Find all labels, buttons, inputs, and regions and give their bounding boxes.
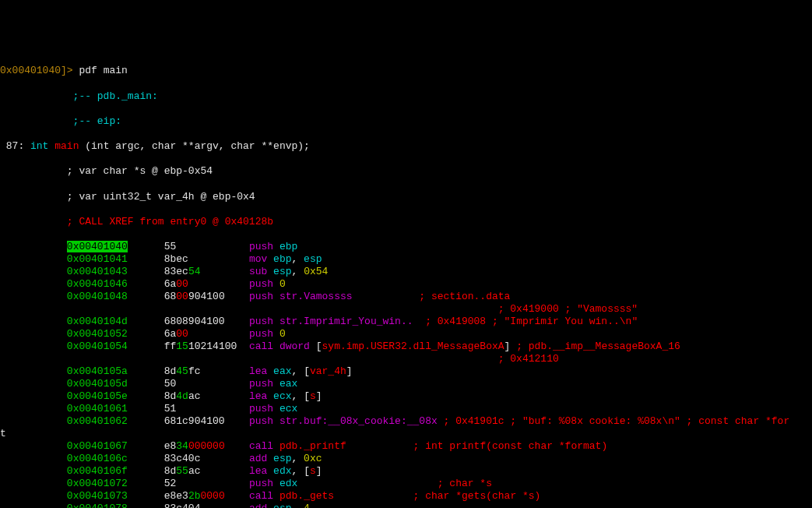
operand: esp bbox=[304, 253, 322, 265]
flow-indicator bbox=[0, 316, 67, 327]
asm-row: 0x0040104d 6808904100 push str.Imprimir_… bbox=[0, 316, 812, 328]
asm-row: 0x00401043 83ec54 sub esp, 0x54 bbox=[0, 266, 812, 278]
operand: , [ bbox=[292, 465, 310, 477]
operand: , bbox=[292, 453, 304, 464]
asm-row: 0x0040106c 83c40c add esp, 0xc bbox=[0, 453, 812, 465]
mnemonic: push bbox=[249, 278, 273, 290]
comment: ; 0x419008 ; "Imprimir You win..\n" bbox=[413, 316, 638, 327]
operand: sym.imp.USER32.dll_MessageBoxA bbox=[322, 340, 504, 352]
hex-bytes: 681c904100 bbox=[164, 415, 249, 427]
operand: , bbox=[292, 253, 304, 265]
comment: ; 0x41901c ; "buf: %08x cookie: %08x\n" … bbox=[438, 415, 789, 427]
asm-row: 0x00401062 681c904100 push str.buf:__08x… bbox=[0, 415, 812, 428]
operand: edx bbox=[267, 465, 291, 477]
comment: ; section..data bbox=[353, 291, 511, 302]
hex-bytes: 6a bbox=[164, 278, 177, 290]
comment: ; 0x419000 ; "Vamossss" bbox=[67, 303, 638, 315]
terminal-output: 0x00401040]> pdf main ;-- pdb._main: ;--… bbox=[0, 52, 812, 508]
mnemonic: push bbox=[249, 316, 273, 327]
flow-indicator bbox=[0, 328, 67, 340]
address: 0x0040105d bbox=[67, 378, 128, 390]
mnemonic: push bbox=[249, 378, 273, 390]
hex-bytes: 8d bbox=[164, 390, 177, 402]
mnemonic: push bbox=[249, 328, 273, 340]
flow-indicator bbox=[0, 241, 67, 252]
flow-indicator bbox=[0, 303, 67, 315]
address: 0x00401046 bbox=[67, 278, 128, 290]
flow-indicator bbox=[0, 490, 67, 502]
flow-indicator bbox=[0, 378, 67, 390]
flow-indicator bbox=[0, 503, 67, 508]
address: 0x0040105a bbox=[67, 365, 128, 377]
address: 0x0040106f bbox=[67, 465, 128, 477]
hex-bytes: 83c404 bbox=[164, 503, 249, 508]
address: 0x0040106c bbox=[67, 453, 128, 464]
pdb-header: ;-- pdb._main: bbox=[0, 90, 812, 103]
mnemonic: mov bbox=[249, 253, 267, 265]
operand: str.Imprimir_You_win.. bbox=[273, 316, 413, 327]
mnemonic: call bbox=[249, 440, 273, 452]
address: 0x00401040 bbox=[67, 241, 128, 252]
flow-indicator bbox=[0, 278, 67, 290]
operand: [ bbox=[310, 340, 322, 352]
asm-row: 0x00401052 6a00 push 0 bbox=[0, 328, 812, 340]
asm-row: t bbox=[0, 428, 812, 440]
asm-row: 0x00401054 ff1510214100 call dword [sym.… bbox=[0, 340, 812, 353]
operand: pdb._printf bbox=[273, 440, 346, 452]
address: 0x00401043 bbox=[67, 266, 128, 277]
asm-row: 0x00401048 6800904100 push str.Vamossss … bbox=[0, 291, 812, 303]
operand: pdb._gets bbox=[273, 490, 334, 502]
flow-indicator bbox=[0, 403, 67, 415]
comment: ; char *s bbox=[297, 478, 492, 489]
hex-bytes: ff bbox=[164, 340, 177, 352]
operand: str.Vamossss bbox=[273, 291, 352, 302]
hex-bytes: e8 bbox=[164, 440, 177, 452]
flow-indicator bbox=[0, 266, 67, 277]
operand: esp bbox=[267, 503, 291, 508]
address: 0x00401073 bbox=[67, 490, 128, 502]
asm-row: 0x00401061 51 push ecx bbox=[0, 403, 812, 415]
address: 0x0040104d bbox=[67, 316, 128, 327]
prompt-line-top[interactable]: 0x00401040]> pdf main bbox=[0, 65, 812, 77]
operand: var_4h bbox=[310, 365, 346, 377]
hex-bytes: 50 bbox=[164, 378, 249, 390]
mnemonic: push bbox=[249, 291, 273, 302]
mnemonic: push bbox=[249, 403, 273, 415]
asm-row: 0x00401078 83c404 add esp, 4 bbox=[0, 503, 812, 508]
hex-bytes: 000000 bbox=[188, 440, 225, 452]
mnemonic: push bbox=[249, 241, 273, 252]
address: 0x00401062 bbox=[67, 415, 128, 427]
hex-bytes: 15 bbox=[176, 340, 188, 352]
comment: ; int printf(const char *format) bbox=[346, 440, 607, 452]
operand: , [ bbox=[292, 365, 310, 377]
var-decl-s: ; var char *s @ ebp-0x54 bbox=[0, 165, 812, 178]
hex-bytes: e8e3 bbox=[164, 490, 188, 502]
asm-row: 0x00401067 e834000000 call pdb._printf ;… bbox=[0, 440, 812, 453]
mnemonic: call bbox=[249, 490, 273, 502]
operand: esp bbox=[267, 266, 291, 277]
hex-bytes: 10214100 bbox=[188, 340, 237, 352]
prompt-address: 0x00401040 bbox=[0, 65, 61, 76]
asm-row: 0x0040105e 8d4dac lea ecx, [s] bbox=[0, 390, 812, 403]
hex-bytes: 2b bbox=[188, 490, 201, 502]
address: 0x00401061 bbox=[67, 403, 128, 415]
address: 0x00401052 bbox=[67, 328, 128, 340]
operand: , [ bbox=[292, 390, 310, 402]
function-signature: 87: int main (int argc, char **argv, cha… bbox=[0, 140, 812, 153]
operand: 0x54 bbox=[304, 266, 328, 277]
hex-bytes: 8d bbox=[164, 365, 177, 377]
operand: eax bbox=[273, 378, 297, 390]
asm-row: 0x00401046 6a00 push 0 bbox=[0, 278, 812, 291]
address: 0x0040105e bbox=[67, 390, 128, 402]
asm-row: 0x00401041 8bec mov ebp, esp bbox=[0, 253, 812, 266]
operand: esp bbox=[267, 453, 291, 464]
flow-indicator bbox=[0, 340, 67, 352]
address: 0x00401072 bbox=[67, 478, 128, 489]
operand: 0 bbox=[273, 328, 286, 340]
operand: ecx bbox=[273, 403, 297, 415]
comment: ; 0x412110 bbox=[67, 353, 559, 365]
mnemonic: add bbox=[249, 503, 267, 508]
operand: ] bbox=[346, 365, 353, 377]
flow-indicator bbox=[0, 478, 67, 489]
asm-row: 0x0040106f 8d55ac lea edx, [s] bbox=[0, 465, 812, 478]
